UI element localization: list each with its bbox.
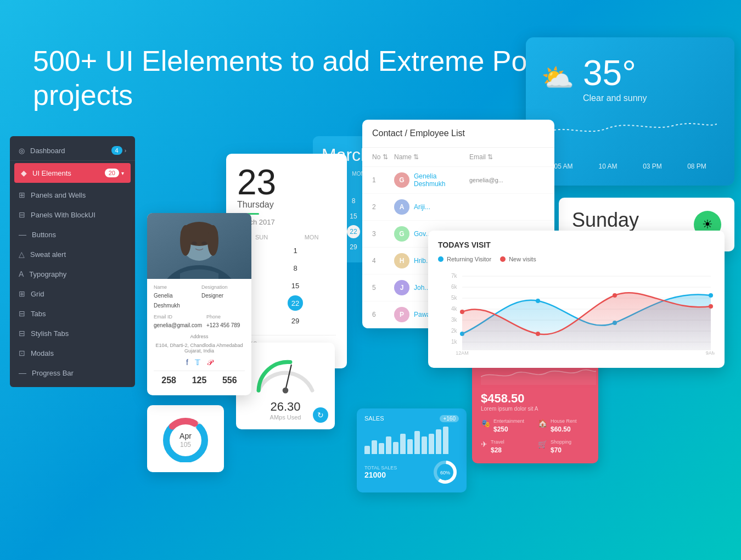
visit-chart-svg: 7k 6k 5k 4k 3k 2k 1k bbox=[438, 268, 715, 356]
sales-donut-svg: 60% bbox=[431, 458, 459, 486]
march-day-29: 29 bbox=[347, 240, 360, 254]
sidebar-item-dashboard[interactable]: ◎ Dashboard 4 › bbox=[10, 141, 135, 161]
svg-point-34 bbox=[536, 332, 540, 336]
contact-row-1[interactable]: 1 G Genelia Deshmukh genelia@g... bbox=[362, 167, 554, 194]
sales-title: SALES bbox=[364, 415, 384, 422]
entertainment-label: Entertainment bbox=[493, 418, 524, 424]
expense-entertainment: 🎭 Entertainment $250 bbox=[481, 418, 532, 434]
cal-day-29: 29 bbox=[288, 313, 303, 328]
sales-top: SALES +160 bbox=[364, 415, 459, 422]
sidebar-progress-bar-label: Progress Bar bbox=[32, 369, 74, 377]
row4-num: 4 bbox=[372, 257, 394, 265]
profile-email: genelia@gmail.com bbox=[154, 322, 202, 328]
weather-03pm: 03 PM bbox=[630, 163, 675, 170]
expense-shopping: 🛒 Shopping $70 bbox=[538, 439, 590, 455]
row1-email: genelia@g... bbox=[469, 177, 544, 183]
facebook-icon[interactable]: f bbox=[186, 358, 188, 367]
stat-125: 125 bbox=[184, 376, 214, 385]
legend-new-label: New visits bbox=[509, 256, 536, 262]
profile-designation: Designer bbox=[201, 293, 223, 299]
sidebar-item-typography[interactable]: A Typography bbox=[10, 264, 135, 284]
profile-name: Genelia Deshmukh bbox=[154, 293, 180, 309]
weather-08pm: 08 PM bbox=[675, 163, 719, 170]
bar-1 bbox=[364, 446, 370, 454]
svg-text:7k: 7k bbox=[451, 273, 458, 279]
weather-card: ⛅ 35° Clear and sunny 05 AM 10 AM 03 PM … bbox=[526, 37, 734, 186]
svg-text:1k: 1k bbox=[451, 339, 458, 345]
house-rent-icon: 🏠 bbox=[538, 419, 547, 428]
travel-icon: ✈ bbox=[481, 440, 487, 449]
shopping-icon: 🛒 bbox=[538, 440, 547, 449]
row3-avatar: G bbox=[394, 226, 409, 242]
svg-text:4k: 4k bbox=[451, 306, 458, 312]
calendar-day-number: 23 bbox=[237, 165, 336, 200]
svg-text:Apr: Apr bbox=[179, 432, 192, 440]
total-sales-value: 21000 bbox=[364, 471, 397, 479]
bar-7 bbox=[407, 439, 413, 455]
legend-returning: Returning Visitor bbox=[438, 256, 491, 262]
sidebar-item-stylish-tabs[interactable]: ⊟ Stylish Tabs bbox=[10, 323, 135, 343]
row2-avatar: A bbox=[394, 199, 409, 215]
svg-text:9AM: 9AM bbox=[706, 350, 715, 356]
visit-title: TODAYS VISIT bbox=[438, 240, 715, 249]
bar-4 bbox=[386, 436, 391, 455]
sidebar-item-progress-bar[interactable]: — Progress Bar bbox=[10, 363, 135, 383]
typography-icon: A bbox=[19, 270, 24, 278]
sidebar-item-grid[interactable]: ⊞ Grid bbox=[10, 284, 135, 304]
sunday-day: Sunday bbox=[572, 209, 639, 232]
svg-point-6 bbox=[192, 242, 197, 245]
bar-12 bbox=[443, 427, 448, 454]
sidebar-item-tabs[interactable]: ⊟ Tabs bbox=[10, 304, 135, 323]
donut-card: Apr 105 bbox=[147, 405, 224, 472]
cal-header-mon: MON bbox=[287, 234, 336, 240]
svg-point-9 bbox=[283, 388, 289, 394]
row5-avatar: J bbox=[394, 280, 409, 295]
twitter-icon[interactable]: 𝕋 bbox=[195, 358, 200, 367]
contact-header: Contact / Employee List bbox=[362, 120, 554, 148]
sidebar-tabs-label: Tabs bbox=[31, 310, 46, 318]
sidebar-panels-blockui-label: Panels With BlockUI bbox=[31, 211, 96, 219]
legend-returning-label: Returning Visitor bbox=[447, 256, 491, 262]
sidebar-item-panels-blockui[interactable]: ⊟ Panels With BlockUI bbox=[10, 205, 135, 225]
panels-wells-icon: ⊞ bbox=[19, 191, 25, 199]
row3-num: 3 bbox=[372, 230, 394, 238]
profile-address: E104, Dharti-2, Chandlodia AhmedabadGuja… bbox=[154, 343, 245, 354]
bar-8 bbox=[414, 431, 420, 455]
panels-blockui-icon: ⊟ bbox=[19, 210, 25, 219]
sales-card: SALES +160 TOTAL SALES 21000 60% bbox=[357, 408, 467, 492]
weather-10am: 10 AM bbox=[586, 163, 630, 170]
sidebar-item-panels-wells[interactable]: ⊞ Panels and Wells bbox=[10, 185, 135, 205]
profile-info: Name Genelia Deshmukh Designation Design… bbox=[147, 279, 251, 395]
sidebar-item-buttons[interactable]: — Buttons bbox=[10, 225, 135, 244]
row4-avatar: H bbox=[394, 253, 409, 268]
travel-value: $28 bbox=[491, 446, 502, 454]
house-rent-label: House Rent bbox=[551, 418, 577, 424]
contact-table-header: No ⇅ Name ⇅ Email ⇅ bbox=[362, 148, 554, 167]
sweat-alert-icon: △ bbox=[19, 250, 25, 259]
svg-line-8 bbox=[285, 365, 291, 390]
gauge-svg bbox=[247, 351, 324, 395]
bar-10 bbox=[429, 434, 434, 455]
visit-card: TODAYS VISIT Returning Visitor New visit… bbox=[428, 231, 725, 368]
svg-point-35 bbox=[613, 293, 617, 298]
bar-11 bbox=[436, 429, 441, 454]
sidebar-item-sweat-alert[interactable]: △ Sweat alert bbox=[10, 244, 135, 264]
bar-6 bbox=[400, 434, 406, 455]
col-no: No ⇅ bbox=[372, 153, 394, 161]
sales-total: TOTAL SALES 21000 bbox=[364, 465, 397, 479]
modals-icon: ⊡ bbox=[19, 349, 25, 357]
sidebar-item-modals[interactable]: ⊡ Modals bbox=[10, 343, 135, 363]
profile-social: f 𝕋 𝒫 bbox=[154, 358, 245, 367]
shopping-label: Shopping bbox=[551, 439, 571, 445]
designation-label: Designation bbox=[201, 284, 245, 290]
dashboard-icon: ◎ bbox=[19, 147, 25, 155]
weather-times: 05 AM 10 AM 03 PM 08 PM bbox=[541, 163, 719, 170]
pinterest-icon[interactable]: 𝒫 bbox=[207, 358, 212, 367]
refresh-button[interactable]: ↻ bbox=[313, 407, 328, 423]
sales-bars bbox=[364, 427, 459, 454]
row6-avatar: P bbox=[394, 307, 409, 322]
svg-text:12AM: 12AM bbox=[456, 350, 469, 356]
contact-row-2[interactable]: 2 A Ariji... bbox=[362, 194, 554, 221]
sidebar-item-ui-elements[interactable]: ◆ UI Elements 20 ▾ bbox=[14, 163, 131, 183]
svg-point-7 bbox=[201, 242, 207, 245]
